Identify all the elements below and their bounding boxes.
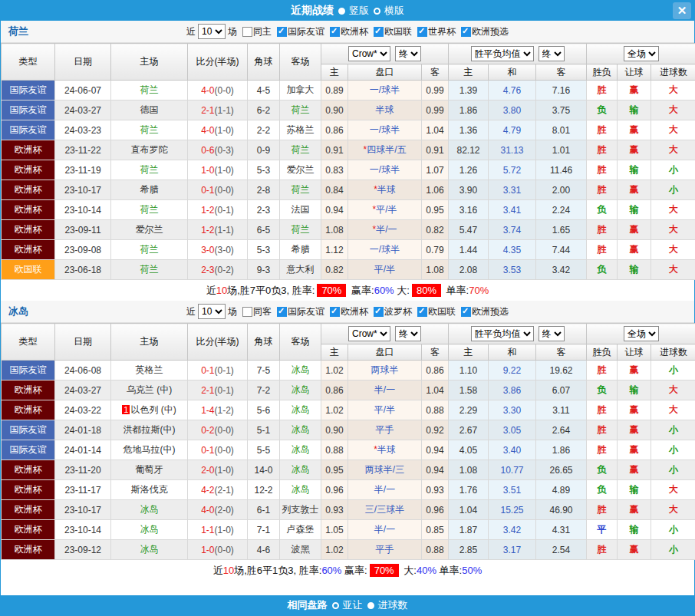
cup-label[interactable]: 波罗杯 bbox=[384, 305, 412, 318]
asian-handicap-label[interactable]: 亚让 bbox=[343, 598, 363, 612]
handicap-home-odds-cell: 0.88 bbox=[321, 440, 348, 460]
cup-checkbox-worldcup[interactable] bbox=[417, 27, 427, 37]
avg-home-odds-cell: 2.29 bbox=[449, 400, 489, 420]
table-row[interactable]: 欧洲杯 23-11-22 直布罗陀 0-6(0-3) 0-9 荷兰 0.91 *… bbox=[2, 140, 695, 160]
cup-checkbox-nations[interactable] bbox=[374, 27, 384, 37]
horizontal-layout-label[interactable]: 横版 bbox=[384, 4, 404, 18]
same-venue-checkbox[interactable] bbox=[242, 27, 252, 37]
table-row[interactable]: 欧洲杯 23-09-11 爱尔兰 1-2(1-1) 6-5 荷兰 1.08 *半… bbox=[2, 220, 695, 240]
table-row[interactable]: 欧洲杯 23-09-08 荷兰 3-0(3-0) 5-3 希腊 1.12 一/球… bbox=[2, 240, 695, 260]
horizontal-layout-radio[interactable] bbox=[374, 8, 380, 15]
halftime-score: (1-2) bbox=[215, 405, 234, 416]
table-row[interactable]: 欧国联 23-06-18 荷兰 2-3(0-2) 9-3 意大利 0.82 平/… bbox=[2, 260, 695, 280]
match-date-cell: 23-06-18 bbox=[55, 260, 111, 280]
cup-checkbox-baltic[interactable] bbox=[374, 307, 384, 317]
bookmaker-select[interactable]: Crow* bbox=[348, 46, 390, 61]
table-row[interactable]: 欧洲杯 23-11-17 斯洛伐克 4-2(2-1) 12-2 冰岛 0.96 … bbox=[2, 480, 695, 500]
handicap-result-cell: 输 bbox=[618, 520, 651, 540]
col-result: 胜负 bbox=[587, 64, 618, 81]
vertical-layout-radio[interactable] bbox=[338, 8, 345, 15]
cup-checkbox-friendly[interactable] bbox=[277, 27, 287, 37]
table-row[interactable]: 国际友谊 24-03-27 德国 2-1(1-1) 6-2 荷兰 0.90 半球… bbox=[2, 100, 695, 120]
avg-away-odds-cell: 11.46 bbox=[536, 160, 587, 180]
match-type-cell: 国际友谊 bbox=[2, 100, 55, 120]
handicap-line: 半球 bbox=[377, 444, 396, 455]
away-team-cell: 希腊 bbox=[280, 240, 321, 260]
table-row[interactable]: 欧洲杯 23-10-14 荷兰 1-2(0-1) 2-3 法国 0.94 *平/… bbox=[2, 200, 695, 220]
col-score: 比分(半场) bbox=[188, 44, 248, 81]
cup-label[interactable]: 欧国联 bbox=[428, 305, 456, 318]
cup-checkbox-euro[interactable] bbox=[330, 307, 340, 317]
score-cell: 0-1(0-1) bbox=[188, 361, 248, 380]
cup-checkbox-friendly[interactable] bbox=[277, 307, 287, 317]
table-row[interactable]: 欧洲杯 24-03-22 1以色列 (中) 1-4(1-2) 5-6 冰岛 1.… bbox=[2, 400, 695, 420]
table-row[interactable]: 国际友谊 24-03-23 荷兰 4-0(1-0) 2-2 苏格兰 0.86 一… bbox=[2, 120, 695, 140]
same-venue-label[interactable]: 同客 bbox=[253, 305, 272, 318]
scope-select[interactable]: 全场 bbox=[624, 46, 659, 61]
recent-count-select[interactable]: 10 bbox=[198, 304, 226, 319]
avg-draw-odds-cell: 3.80 bbox=[489, 100, 536, 120]
avg-odds-select[interactable]: 胜平负均值 bbox=[471, 326, 534, 341]
corner-cell: 2-2 bbox=[248, 120, 280, 140]
cup-label[interactable]: 国际友谊 bbox=[288, 305, 324, 318]
home-team-cell: 荷兰 bbox=[111, 160, 188, 180]
halftime-score: (1-0) bbox=[215, 525, 234, 535]
table-row[interactable]: 国际友谊 24-01-14 危地马拉(中) 0-1(0-0) 5-5 冰岛 0.… bbox=[2, 440, 695, 460]
col-handicap-away: 客 bbox=[422, 64, 449, 81]
close-icon[interactable]: ✕ bbox=[673, 2, 691, 19]
goals-radio[interactable] bbox=[367, 602, 374, 609]
cup-checkbox-nations[interactable] bbox=[417, 307, 427, 317]
table-row[interactable]: 国际友谊 24-06-08 英格兰 0-1(0-1) 7-5 冰岛 1.02 两… bbox=[2, 361, 695, 380]
col-handicap-result: 让球 bbox=[618, 344, 651, 361]
match-date-cell: 24-06-07 bbox=[55, 81, 111, 100]
avg-odds-select[interactable]: 胜平负均值 bbox=[471, 46, 534, 61]
avg-home-odds-cell: 1.36 bbox=[449, 120, 489, 140]
cup-label[interactable]: 国际友谊 bbox=[288, 25, 324, 38]
cup-label[interactable]: 欧洲杯 bbox=[341, 305, 368, 318]
goals-result-cell: 小 bbox=[651, 460, 695, 480]
bookmaker-select[interactable]: Crow* bbox=[348, 326, 390, 341]
away-team-cell: 冰岛 bbox=[280, 361, 321, 380]
cup-checkbox-qualifiers[interactable] bbox=[461, 27, 471, 37]
table-row[interactable]: 欧洲杯 23-11-19 荷兰 1-0(1-0) 5-3 爱尔兰 0.83 一/… bbox=[2, 160, 695, 180]
vertical-layout-label[interactable]: 竖版 bbox=[349, 4, 369, 18]
cup-checkbox-qualifiers[interactable] bbox=[461, 307, 471, 317]
recent-count-select[interactable]: 10 bbox=[198, 24, 226, 39]
window-title: 近期战绩 bbox=[291, 4, 334, 18]
cup-label[interactable]: 欧洲预选 bbox=[472, 305, 509, 318]
summary-segment: 70% bbox=[469, 285, 489, 296]
handicap-result-cell: 赢 bbox=[618, 500, 651, 520]
table-row[interactable]: 国际友谊 24-06-07 荷兰 4-0(0-0) 4-5 加拿大 0.89 一… bbox=[2, 81, 695, 100]
odds-time-select[interactable]: 终 bbox=[395, 46, 421, 61]
same-venue-label[interactable]: 同主 bbox=[253, 25, 272, 38]
avg-draw-odds-cell: 5.72 bbox=[489, 160, 536, 180]
cup-label[interactable]: 欧国联 bbox=[384, 25, 412, 38]
table-row[interactable]: 欧洲杯 23-10-17 希腊 0-1(0-0) 2-8 荷兰 0.84 *半球… bbox=[2, 180, 695, 200]
table-row[interactable]: 国际友谊 24-01-18 洪都拉斯(中) 0-2(0-0) 5-1 冰岛 0.… bbox=[2, 420, 695, 440]
fulltime-score: 4-0 bbox=[201, 85, 214, 96]
same-venue-checkbox[interactable] bbox=[242, 307, 252, 317]
handicap-away-odds-cell: 0.94 bbox=[422, 460, 449, 480]
scope-select[interactable]: 全场 bbox=[624, 326, 659, 341]
table-row[interactable]: 欧洲杯 23-10-14 冰岛 1-1(1-0) 7-1 卢森堡 1.05 半/… bbox=[2, 520, 695, 540]
table-row[interactable]: 欧洲杯 24-03-27 乌克兰 (中) 2-1(0-1) 7-2 冰岛 0.8… bbox=[2, 380, 695, 400]
goals-label[interactable]: 进球数 bbox=[378, 598, 408, 612]
title-bar: 近期战绩 竖版 横版 ✕ bbox=[1, 1, 694, 21]
match-type-cell: 国际友谊 bbox=[2, 120, 55, 140]
odds-time-select[interactable]: 终 bbox=[395, 326, 421, 341]
cup-checkbox-euro[interactable] bbox=[330, 27, 340, 37]
asian-handicap-radio[interactable] bbox=[332, 602, 339, 609]
cup-label[interactable]: 世界杯 bbox=[428, 25, 456, 38]
table-row[interactable]: 欧洲杯 23-09-12 冰岛 1-0(0-0) 4-6 波黑 1.02 平手 … bbox=[2, 540, 695, 560]
table-row[interactable]: 欧洲杯 23-10-17 冰岛 4-0(2-0) 6-1 列支敦士 0.93 三… bbox=[2, 500, 695, 520]
avg-time-select[interactable]: 终 bbox=[539, 326, 565, 341]
avg-home-odds-cell: 1.08 bbox=[449, 460, 489, 480]
avg-home-odds-cell: 2.67 bbox=[449, 420, 489, 440]
avg-time-select[interactable]: 终 bbox=[539, 46, 565, 61]
score-cell: 2-1(0-1) bbox=[188, 380, 248, 400]
table-row[interactable]: 欧洲杯 23-11-20 葡萄牙 2-0(1-0) 14-0 冰岛 0.95 两… bbox=[2, 460, 695, 480]
match-type-cell: 欧国联 bbox=[2, 260, 55, 280]
cup-label[interactable]: 欧洲预选 bbox=[472, 25, 509, 38]
avg-home-odds-cell: 3.16 bbox=[449, 200, 489, 220]
cup-label[interactable]: 欧洲杯 bbox=[341, 25, 368, 38]
